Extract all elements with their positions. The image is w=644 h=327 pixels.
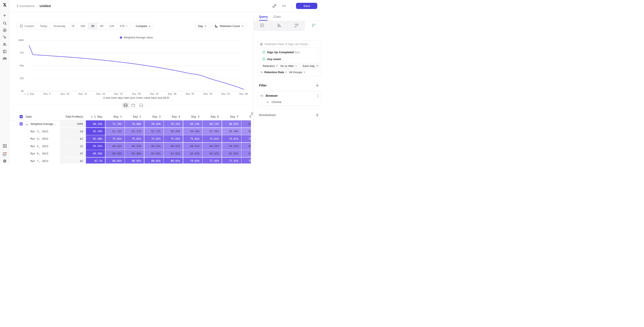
retention-cell[interactable]: 89.36% bbox=[86, 150, 105, 157]
retention-cell[interactable]: 93.55% bbox=[86, 143, 105, 150]
retention-cell[interactable]: 69.13% bbox=[202, 120, 222, 127]
retention-cell[interactable]: 57.41% bbox=[202, 128, 222, 135]
retention-cell[interactable]: 75.81% bbox=[183, 135, 202, 142]
retention-cell[interactable]: 80.65% bbox=[125, 157, 144, 164]
save-button[interactable]: Save bbox=[296, 3, 317, 9]
retention-cell[interactable]: 68.62% bbox=[222, 120, 241, 127]
retention-mode-dropdown[interactable]: Retention bbox=[263, 63, 277, 69]
retention-cell[interactable]: 92.59% bbox=[86, 128, 105, 135]
retention-cell[interactable]: 71.79% bbox=[106, 120, 124, 127]
breadcrumb-section[interactable]: E-Commerce bbox=[17, 4, 34, 8]
retention-cell[interactable]: 79.03% bbox=[183, 157, 202, 164]
select-all-checkbox[interactable] bbox=[20, 115, 23, 118]
add-breakdown-button[interactable] bbox=[316, 113, 319, 116]
retention-cell[interactable]: 80.65% bbox=[164, 157, 183, 164]
retention-cell[interactable]: 61.11% bbox=[144, 128, 164, 135]
table-only-toggle[interactable] bbox=[137, 102, 145, 108]
tab-query[interactable]: Query bbox=[259, 15, 268, 18]
retention-cell[interactable]: 75.81% bbox=[242, 157, 251, 164]
retention-cell[interactable]: 80.65% bbox=[106, 157, 124, 164]
table-scrollbar[interactable] bbox=[251, 112, 253, 115]
retention-cell[interactable]: 63.83% bbox=[144, 150, 164, 157]
date-range-yesterday[interactable]: Yesterday bbox=[50, 23, 68, 29]
retention-cell[interactable]: 64.52% bbox=[144, 143, 164, 150]
explore-icon[interactable] bbox=[3, 28, 7, 32]
retention-cell[interactable]: 70.88% bbox=[125, 120, 144, 127]
retention-cell[interactable]: 89.24% bbox=[86, 120, 105, 127]
tab-chart[interactable]: Chart bbox=[273, 15, 280, 18]
retention-cell[interactable]: 65.96% bbox=[125, 150, 144, 157]
retention-cell[interactable]: 75.81% bbox=[202, 135, 222, 142]
filter-card[interactable]: Aa Browser Is Chrome bbox=[257, 91, 321, 106]
filter-value[interactable]: Chrome bbox=[272, 100, 282, 104]
legend-item[interactable]: Weighted Average Value bbox=[29, 36, 244, 39]
date-range-30d[interactable]: 30D bbox=[78, 23, 88, 29]
query-title[interactable]: Retention Rate of Sign Up Compl... bbox=[265, 42, 310, 46]
retention-cell[interactable]: 64.52% bbox=[242, 143, 251, 150]
second-event-row[interactable]: Any event bbox=[267, 57, 281, 61]
interval-dropdown[interactable]: Each Day bbox=[300, 63, 320, 69]
app-logo[interactable]: X bbox=[0, 2, 10, 7]
retention-tab[interactable] bbox=[305, 21, 322, 31]
events-icon[interactable] bbox=[3, 35, 7, 39]
filter-operator[interactable]: Is bbox=[267, 101, 269, 104]
more-options-icon[interactable] bbox=[280, 3, 288, 9]
retention-cell[interactable]: 61.11% bbox=[125, 128, 144, 135]
retention-cell[interactable]: 87.1% bbox=[86, 157, 105, 164]
expand-chevron-icon[interactable] bbox=[26, 123, 28, 127]
retention-cell[interactable]: 75.81% bbox=[106, 135, 124, 142]
retention-cell[interactable]: 63.83% bbox=[202, 150, 222, 157]
retention-cell[interactable]: 75.81% bbox=[164, 135, 183, 142]
retention-cell[interactable]: 63.83% bbox=[183, 150, 202, 157]
retention-cell[interactable]: 75.81% bbox=[222, 135, 241, 142]
retention-cell[interactable]: 64.52% bbox=[183, 143, 202, 150]
retention-cell[interactable]: 75.81% bbox=[125, 135, 144, 142]
chart-type-select[interactable]: Retention Curve bbox=[212, 23, 246, 29]
retention-cell[interactable]: 85.48% bbox=[86, 135, 105, 142]
criteria-dropdown[interactable]: On or After bbox=[278, 63, 299, 69]
retention-cell[interactable]: 75.81% bbox=[144, 135, 164, 142]
retention-cell[interactable]: 80.65% bbox=[144, 157, 164, 164]
cohorts-icon[interactable] bbox=[2, 57, 7, 60]
retention-cell[interactable]: 64.52% bbox=[164, 143, 183, 150]
apps-icon[interactable] bbox=[3, 144, 7, 148]
date-range-custom[interactable]: Custom bbox=[17, 23, 37, 29]
date-range-3m[interactable]: 3M bbox=[88, 23, 97, 29]
first-event-row[interactable]: Sign Up Completed then bbox=[267, 51, 300, 54]
retention-cell[interactable]: 64.52% bbox=[222, 143, 241, 150]
retention-cell[interactable]: 68.09% bbox=[106, 150, 124, 157]
retention-cell[interactable]: 69.74% bbox=[183, 120, 202, 127]
flows-tab[interactable] bbox=[288, 21, 305, 31]
date-range-xtd[interactable]: XTD bbox=[117, 23, 130, 29]
groups-dropdown[interactable]: All Groups bbox=[289, 69, 305, 75]
filter-menu-icon[interactable] bbox=[318, 95, 318, 96]
retention-cell[interactable]: 68.11% bbox=[242, 120, 251, 127]
retention-cell[interactable]: 77.42% bbox=[222, 157, 241, 164]
share-link-icon[interactable] bbox=[271, 3, 277, 9]
retention-cell[interactable]: 63.83% bbox=[164, 150, 183, 157]
chart-only-toggle[interactable] bbox=[130, 102, 137, 108]
date-range-7d[interactable]: 7D bbox=[68, 23, 78, 29]
retention-cell[interactable]: 55.56% bbox=[242, 128, 251, 135]
funnels-tab[interactable] bbox=[271, 21, 288, 31]
filter-property[interactable]: Browser bbox=[266, 94, 278, 97]
split-view-toggle[interactable] bbox=[122, 102, 130, 108]
add-filter-button[interactable] bbox=[316, 84, 319, 87]
users-icon[interactable] bbox=[3, 42, 7, 46]
retention-cell[interactable]: 59.26% bbox=[164, 128, 183, 135]
breadcrumb-current[interactable]: Untitled bbox=[40, 4, 51, 8]
date-range-12m[interactable]: 12M bbox=[106, 23, 117, 29]
retention-cell[interactable]: 63.83% bbox=[222, 150, 241, 157]
row-checkbox[interactable] bbox=[20, 122, 23, 125]
retention-cell[interactable]: 55.56% bbox=[222, 128, 241, 135]
help-icon[interactable]: ? bbox=[2, 152, 7, 156]
retention-cell[interactable]: 63.83% bbox=[242, 150, 251, 157]
granularity-select[interactable]: Day bbox=[195, 23, 209, 29]
search-icon[interactable] bbox=[3, 21, 7, 25]
retention-cell[interactable]: 70.44% bbox=[144, 120, 164, 127]
retention-cell[interactable]: 74.19% bbox=[242, 135, 251, 142]
retention-cell[interactable]: 64.52% bbox=[202, 143, 222, 150]
retention-cell[interactable]: 77.42% bbox=[202, 157, 222, 164]
create-icon[interactable] bbox=[2, 12, 8, 18]
retention-cell[interactable]: 70.15% bbox=[164, 120, 183, 127]
